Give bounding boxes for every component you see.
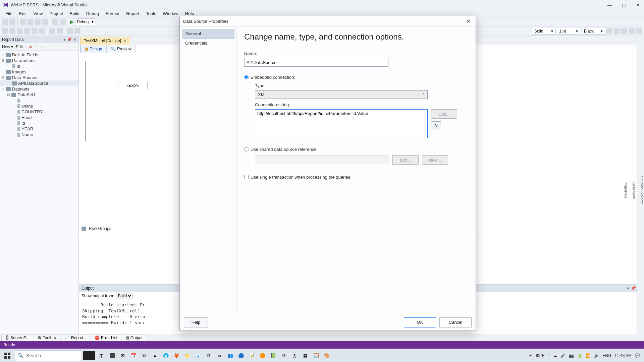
layout-icon-1[interactable] — [67, 28, 73, 34]
node-builtin[interactable]: ⊞Built-in Fields — [0, 52, 78, 58]
new-project-icon[interactable] — [20, 19, 26, 25]
tray-lang[interactable]: ENG — [602, 353, 611, 358]
connection-string-input[interactable] — [255, 109, 428, 138]
node-field-year[interactable]: YEAR — [0, 126, 78, 132]
pin-icon[interactable]: 📌 — [67, 37, 72, 42]
start-icon[interactable]: ▶ — [70, 19, 74, 24]
tray-notifications-icon[interactable]: 💬 — [635, 353, 640, 358]
maximize-button[interactable]: ▢ — [621, 2, 627, 8]
side-tab-credentials[interactable]: Credentials — [182, 39, 234, 48]
fx-button[interactable]: fx — [431, 121, 441, 130]
node-field-name[interactable]: Name — [0, 132, 78, 137]
panel-close-icon[interactable]: ✕ — [73, 37, 76, 42]
menu-project[interactable]: Project — [46, 10, 66, 17]
taskbar-app-11[interactable]: ⧉ — [204, 351, 213, 360]
cancel-button[interactable]: Cancel — [439, 317, 472, 327]
taskbar-app-6[interactable]: ▲ — [150, 351, 160, 360]
redo-icon[interactable] — [60, 19, 66, 25]
border-icon-5[interactable] — [636, 28, 642, 34]
menu-report[interactable]: Report — [123, 10, 143, 17]
taskbar-app-17[interactable]: 📗 — [268, 351, 278, 360]
border-icon-4[interactable] — [629, 28, 635, 34]
btab-server-explorer[interactable]: 🗄Server E... — [1, 335, 33, 341]
node-field-country[interactable]: COUNTRY — [0, 109, 78, 115]
taskbar-app-4[interactable]: 📅 — [129, 351, 138, 360]
node-apidatasource[interactable]: APIDataSource — [0, 80, 78, 86]
doc-tab-testxml[interactable]: TestXML.rdl [Design]✕ — [80, 37, 130, 45]
node-dataset1[interactable]: ⊟DataSet1 — [0, 92, 78, 98]
taskbar-app-19[interactable]: ◎ — [290, 351, 299, 360]
taskbar-app-2[interactable]: ⬛ — [107, 351, 117, 360]
rd-down-icon[interactable]: ↓ — [40, 45, 42, 49]
tray-onedrive-icon[interactable]: ☁ — [553, 353, 557, 358]
save-icon[interactable] — [35, 19, 41, 25]
node-field-xmlns[interactable]: xmlns — [0, 103, 78, 109]
btab-error-list[interactable]: ⛔Error List — [91, 335, 121, 341]
taskbar-app-10[interactable]: 📧 — [193, 351, 203, 360]
rail-properties[interactable]: Properties — [624, 181, 628, 198]
taskbar-app-13[interactable]: 👥 — [225, 351, 235, 360]
tray-wifi-icon[interactable]: 📶 — [586, 353, 591, 358]
node-field-email[interactable]: Email — [0, 115, 78, 120]
align-center-icon[interactable] — [9, 28, 15, 34]
help-button[interactable]: Help — [184, 317, 208, 327]
border-width-combo[interactable]: 1 pt▾ — [557, 28, 580, 35]
taskbar-app-21[interactable]: 🪟 — [311, 351, 321, 360]
node-datasources[interactable]: ⊟Data Sources — [0, 75, 78, 80]
btab-output[interactable]: ▤Output — [122, 335, 146, 341]
taskbar-app-12[interactable]: ∞ — [215, 351, 224, 360]
menu-format[interactable]: Format — [102, 10, 123, 17]
type-select[interactable]: XML˅ — [255, 90, 428, 99]
nav-back-icon[interactable] — [2, 19, 8, 25]
rail-solution-explorer[interactable]: Solution Explorer — [640, 176, 644, 204]
taskbar-app-22[interactable]: 🎨 — [322, 351, 331, 360]
align-left-icon[interactable] — [2, 28, 8, 34]
menu-view[interactable]: View — [30, 10, 46, 17]
spacing-icon[interactable] — [57, 28, 63, 34]
tray-camera-icon[interactable]: 📷 — [569, 353, 574, 358]
taskbar-app-9[interactable]: 📁 — [182, 351, 192, 360]
menu-tools[interactable]: Tools — [143, 10, 159, 17]
shared-radio[interactable] — [244, 147, 249, 152]
side-tab-general[interactable]: General — [182, 29, 234, 39]
rd-delete-icon[interactable]: ✕ — [29, 45, 32, 49]
tray-clock[interactable]: 11:48 AM — [614, 353, 632, 358]
dropdown-icon[interactable]: ▾ — [63, 37, 65, 42]
border-icon-1[interactable] — [606, 28, 612, 34]
start-button[interactable] — [1, 350, 13, 361]
minimize-button[interactable]: — — [606, 2, 613, 8]
rd-new[interactable]: New ▾ — [2, 45, 13, 49]
layout-icon-2[interactable] — [74, 28, 80, 34]
taskbar-app-5[interactable]: ⧉ — [140, 351, 149, 360]
taskbar-app-14[interactable]: 🔵 — [236, 351, 246, 360]
border-style-combo[interactable]: Solid▾ — [532, 28, 555, 35]
node-param-id[interactable]: id — [0, 63, 78, 69]
weather-icon[interactable]: ☀ — [529, 353, 533, 358]
node-datasets[interactable]: ⊟Datasets — [0, 86, 78, 92]
tab-preview[interactable]: 🔍Preview — [106, 45, 136, 53]
tray-volume-icon[interactable]: 🔊 — [594, 353, 599, 358]
nav-fwd-icon[interactable] — [9, 19, 15, 25]
weather-temp[interactable]: 99°F — [536, 353, 544, 358]
taskbar-app-1[interactable]: ◫ — [97, 351, 106, 360]
doc-tab-close-icon[interactable]: ✕ — [123, 39, 126, 43]
taskbar-app-18[interactable]: ⧉ — [279, 351, 288, 360]
textbox-expr[interactable]: «Expr» — [118, 82, 148, 89]
taskbar-app-16[interactable]: 🟠 — [258, 351, 267, 360]
save-all-icon[interactable] — [42, 19, 48, 25]
rail-class-view[interactable]: Class View — [632, 181, 636, 199]
ok-button[interactable]: OK — [404, 317, 436, 327]
tray-battery-icon[interactable]: 🔋 — [577, 353, 582, 358]
node-parameters[interactable]: ⊟Parameters — [0, 58, 78, 63]
output-dropdown-icon[interactable]: ▾ — [627, 286, 629, 291]
border-icon-2[interactable] — [614, 28, 620, 34]
tray-mic-icon[interactable]: 🎤 — [560, 353, 566, 358]
undo-icon[interactable] — [52, 19, 58, 25]
name-input[interactable] — [244, 58, 388, 67]
config-combo[interactable]: Debug▾ — [75, 18, 95, 25]
embedded-radio[interactable] — [244, 75, 249, 79]
taskbar-app-15[interactable]: 📝 — [247, 351, 256, 360]
taskbar-app-8[interactable]: 🦊 — [172, 351, 181, 360]
close-button[interactable]: ✕ — [635, 2, 641, 8]
size-icon[interactable] — [49, 28, 55, 34]
